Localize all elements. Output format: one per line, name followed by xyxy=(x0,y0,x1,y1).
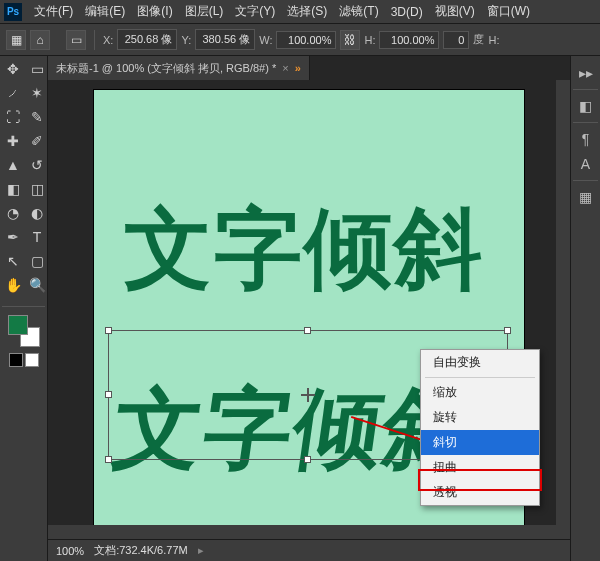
swatches-panel-icon[interactable]: ▦ xyxy=(572,185,600,209)
document-area: 未标题-1 @ 100% (文字倾斜 拷贝, RGB/8#) * × » 文字倾… xyxy=(48,56,570,561)
angle-label: 度 xyxy=(473,32,484,47)
doc-tab-title: 未标题-1 @ 100% (文字倾斜 拷贝, RGB/8#) * xyxy=(56,61,276,76)
menu-window[interactable]: 窗口(W) xyxy=(481,0,536,23)
ctx-scale[interactable]: 缩放 xyxy=(421,380,539,405)
tabs-overflow-icon[interactable]: » xyxy=(295,62,301,74)
close-tab-icon[interactable]: × xyxy=(282,62,288,74)
menu-type[interactable]: 文字(Y) xyxy=(229,0,281,23)
brush-tool-icon[interactable]: ✐ xyxy=(26,130,48,152)
hand-tool-icon[interactable]: ✋ xyxy=(2,274,24,296)
eraser-tool-icon[interactable]: ◧ xyxy=(2,178,24,200)
eyedropper-tool-icon[interactable]: ✎ xyxy=(26,106,48,128)
menu-select[interactable]: 选择(S) xyxy=(281,0,333,23)
character-panel-icon[interactable]: A xyxy=(572,152,600,176)
menu-edit[interactable]: 编辑(E) xyxy=(79,0,131,23)
handle-w[interactable] xyxy=(105,391,112,398)
move-tool-icon[interactable]: ✥ xyxy=(2,58,24,80)
right-panel: ▸▸ ◧ ¶ A ▦ xyxy=(570,56,600,561)
h-more-label: H: xyxy=(488,34,499,46)
lasso-tool-icon[interactable]: ⟋ xyxy=(2,82,24,104)
handle-s[interactable] xyxy=(304,456,311,463)
canvas-text-1: 文字倾斜 xyxy=(124,190,484,309)
menu-image[interactable]: 图像(I) xyxy=(131,0,178,23)
horizontal-scrollbar[interactable] xyxy=(48,525,556,539)
wand-tool-icon[interactable]: ✶ xyxy=(26,82,48,104)
collapse-panels-icon[interactable]: ▸▸ xyxy=(572,61,600,85)
menu-file[interactable]: 文件(F) xyxy=(28,0,79,23)
menu-3d[interactable]: 3D(D) xyxy=(385,2,429,22)
default-colors-icon[interactable] xyxy=(9,353,23,367)
tool-preset-icon[interactable]: ▦ xyxy=(6,30,26,50)
blur-tool-icon[interactable]: ◔ xyxy=(2,202,24,224)
handle-sw[interactable] xyxy=(105,456,112,463)
ctx-perspective[interactable]: 透视 xyxy=(421,480,539,505)
stamp-tool-icon[interactable]: ▲ xyxy=(2,154,24,176)
foreground-color[interactable] xyxy=(8,315,28,335)
ctx-free-transform[interactable]: 自由变换 xyxy=(421,350,539,375)
x-value[interactable]: 250.68 像 xyxy=(117,29,177,50)
ctx-distort[interactable]: 扭曲 xyxy=(421,455,539,480)
menu-view[interactable]: 视图(V) xyxy=(429,0,481,23)
options-bar: ▦ ⌂ ▭ X: 250.68 像 Y: 380.56 像 W: 100.00%… xyxy=(0,24,600,56)
ctx-rotate[interactable]: 旋转 xyxy=(421,405,539,430)
color-swatch[interactable] xyxy=(8,315,40,347)
angle-value[interactable]: 0 xyxy=(443,31,469,49)
x-label: X: xyxy=(103,34,113,46)
handle-n[interactable] xyxy=(304,327,311,334)
separator xyxy=(94,30,95,50)
docinfo-value: 732.4K/6.77M xyxy=(119,544,188,556)
link-icon[interactable]: ⛓ xyxy=(340,30,360,50)
color-panel-icon[interactable]: ◧ xyxy=(572,94,600,118)
marquee-tool-icon[interactable]: ▭ xyxy=(26,58,48,80)
path-tool-icon[interactable]: ↖ xyxy=(2,250,24,272)
vertical-scrollbar[interactable] xyxy=(556,80,570,539)
zoom-tool-icon[interactable]: 🔍 xyxy=(26,274,48,296)
menu-layer[interactable]: 图层(L) xyxy=(179,0,230,23)
app-icon: Ps xyxy=(4,3,22,21)
menu-bar: Ps 文件(F) 编辑(E) 图像(I) 图层(L) 文字(Y) 选择(S) 滤… xyxy=(0,0,600,24)
y-label: Y: xyxy=(181,34,191,46)
crop-tool-icon[interactable]: ⛶ xyxy=(2,106,24,128)
dodge-tool-icon[interactable]: ◐ xyxy=(26,202,48,224)
context-menu: 自由变换 缩放 旋转 斜切 扭曲 透视 xyxy=(420,349,540,506)
handle-nw[interactable] xyxy=(105,327,112,334)
history-brush-icon[interactable]: ↺ xyxy=(26,154,48,176)
tool-panel: ✥ ▭ ⟋ ✶ ⛶ ✎ ✚ ✐ ▲ ↺ ◧ ◫ ◔ ◐ ✒ T ↖ ▢ ✋ 🔍 xyxy=(0,56,48,561)
handle-ne[interactable] xyxy=(504,327,511,334)
shape-tool-icon[interactable]: ▢ xyxy=(26,250,48,272)
type-tool-icon[interactable]: T xyxy=(26,226,48,248)
transform-center-icon[interactable] xyxy=(301,388,315,402)
healing-tool-icon[interactable]: ✚ xyxy=(2,130,24,152)
h-label: H: xyxy=(364,34,375,46)
zoom-level[interactable]: 100% xyxy=(56,545,84,557)
paragraph-panel-icon[interactable]: ¶ xyxy=(572,127,600,151)
ctx-separator xyxy=(425,377,535,378)
align-icon[interactable]: ▭ xyxy=(66,30,86,50)
w-value[interactable]: 100.00% xyxy=(276,31,336,49)
w-label: W: xyxy=(259,34,272,46)
swap-colors-icon[interactable] xyxy=(25,353,39,367)
document-tab[interactable]: 未标题-1 @ 100% (文字倾斜 拷贝, RGB/8#) * × » xyxy=(48,56,310,80)
pen-tool-icon[interactable]: ✒ xyxy=(2,226,24,248)
status-bar: 100% 文档:732.4K/6.77M ▸ xyxy=(48,539,570,561)
gradient-tool-icon[interactable]: ◫ xyxy=(26,178,48,200)
h-value[interactable]: 100.00% xyxy=(379,31,439,49)
y-value[interactable]: 380.56 像 xyxy=(195,29,255,50)
docinfo-label: 文档: xyxy=(94,544,119,556)
home-icon[interactable]: ⌂ xyxy=(30,30,50,50)
ctx-skew[interactable]: 斜切 xyxy=(421,430,539,455)
menu-filter[interactable]: 滤镜(T) xyxy=(333,0,384,23)
